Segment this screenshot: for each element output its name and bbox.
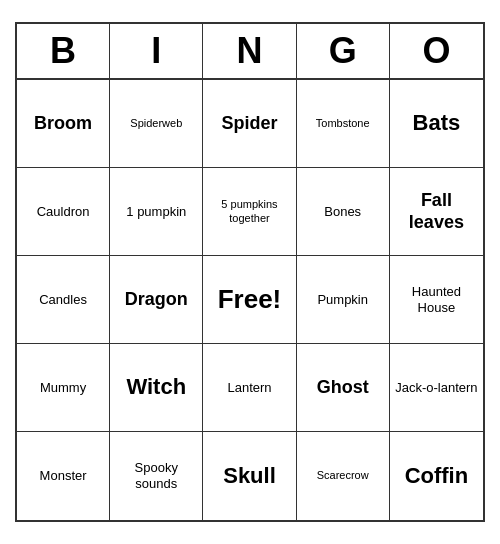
cell-label: Bats [413, 110, 461, 136]
bingo-cell: Monster [17, 432, 110, 520]
bingo-cell: Pumpkin [297, 256, 390, 344]
cell-label: Tombstone [316, 117, 370, 130]
cell-label: Candles [39, 292, 87, 308]
bingo-cell: Witch [110, 344, 203, 432]
cell-label: 5 pumpkins together [207, 198, 291, 224]
bingo-header: BINGO [17, 24, 483, 80]
bingo-cell: Bones [297, 168, 390, 256]
cell-label: Spider [221, 113, 277, 135]
cell-label: Pumpkin [317, 292, 368, 308]
bingo-cell: Spiderweb [110, 80, 203, 168]
bingo-cell: Lantern [203, 344, 296, 432]
cell-label: Fall leaves [394, 190, 479, 233]
cell-label: Coffin [405, 463, 469, 489]
cell-label: Dragon [125, 289, 188, 311]
bingo-cell: Coffin [390, 432, 483, 520]
header-letter: B [17, 24, 110, 78]
cell-label: Skull [223, 463, 276, 489]
bingo-cell: 1 pumpkin [110, 168, 203, 256]
bingo-cell: Cauldron [17, 168, 110, 256]
bingo-cell: Ghost [297, 344, 390, 432]
header-letter: N [203, 24, 296, 78]
cell-label: Bones [324, 204, 361, 220]
bingo-cell: Skull [203, 432, 296, 520]
bingo-cell: Free! [203, 256, 296, 344]
cell-label: 1 pumpkin [126, 204, 186, 220]
cell-label: Spooky sounds [114, 460, 198, 491]
bingo-card: BINGO BroomSpiderwebSpiderTombstoneBatsC… [15, 22, 485, 522]
bingo-cell: Fall leaves [390, 168, 483, 256]
cell-label: Scarecrow [317, 469, 369, 482]
cell-label: Mummy [40, 380, 86, 396]
cell-label: Spiderweb [130, 117, 182, 130]
bingo-grid: BroomSpiderwebSpiderTombstoneBatsCauldro… [17, 80, 483, 520]
cell-label: Haunted House [394, 284, 479, 315]
bingo-cell: Spooky sounds [110, 432, 203, 520]
cell-label: Jack-o-lantern [395, 380, 477, 396]
bingo-cell: Candles [17, 256, 110, 344]
bingo-cell: Spider [203, 80, 296, 168]
cell-label: Free! [218, 284, 282, 315]
cell-label: Broom [34, 113, 92, 135]
bingo-cell: Broom [17, 80, 110, 168]
header-letter: O [390, 24, 483, 78]
cell-label: Witch [126, 374, 186, 400]
bingo-cell: 5 pumpkins together [203, 168, 296, 256]
header-letter: G [297, 24, 390, 78]
bingo-cell: Haunted House [390, 256, 483, 344]
cell-label: Ghost [317, 377, 369, 399]
bingo-cell: Jack-o-lantern [390, 344, 483, 432]
bingo-cell: Dragon [110, 256, 203, 344]
cell-label: Lantern [227, 380, 271, 396]
bingo-cell: Tombstone [297, 80, 390, 168]
header-letter: I [110, 24, 203, 78]
cell-label: Cauldron [37, 204, 90, 220]
bingo-cell: Scarecrow [297, 432, 390, 520]
bingo-cell: Mummy [17, 344, 110, 432]
cell-label: Monster [40, 468, 87, 484]
bingo-cell: Bats [390, 80, 483, 168]
